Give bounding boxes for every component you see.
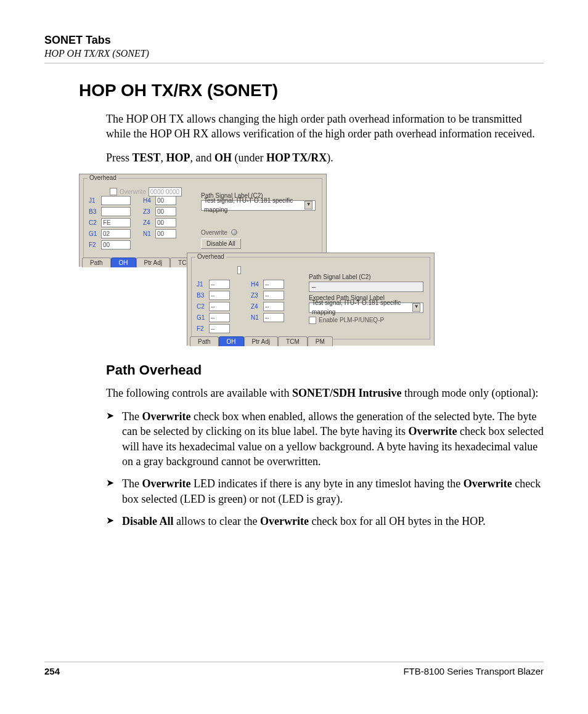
byte-value-j1[interactable]: -- [209, 280, 230, 289]
overhead-legend-rx: Overhead [195, 253, 226, 260]
running-head-chapter: SONET Tabs [44, 34, 544, 47]
byte-label-z4[interactable]: Z4 [251, 303, 261, 310]
psl-display-rx: -- [309, 282, 423, 292]
bullet-overwrite-led: The Overwrite LED indicates if there is … [106, 476, 544, 506]
byte-value-f2[interactable]: -- [209, 324, 230, 333]
intro-paragraph: The HOP OH TX allows changing the high o… [106, 112, 544, 142]
byte-value-j1[interactable] [101, 196, 131, 205]
byte-label-g1[interactable]: G1 [197, 314, 206, 321]
byte-label-b3[interactable]: B3 [89, 208, 99, 215]
enable-plm-checkbox[interactable] [309, 317, 316, 324]
overwrite-led-label: Overwrite [201, 229, 227, 236]
byte-label-z4[interactable]: Z4 [143, 219, 153, 226]
byte-value-c2[interactable]: FE [101, 218, 131, 227]
bullet-list: The Overwrite check box when enabled, al… [106, 409, 544, 529]
header-rule [44, 63, 544, 63]
tab-ptr-adj[interactable]: Ptr Adj [136, 258, 170, 267]
tab-oh[interactable]: OH [111, 258, 136, 267]
overwrite-checkbox[interactable] [110, 188, 117, 195]
byte-value-z3[interactable]: -- [263, 291, 284, 300]
press-hop: HOP [166, 152, 190, 164]
expected-psl-value: Test signal, ITU-T O.181 specific mappin… [312, 298, 412, 317]
running-head-section: HOP OH TX/RX (SONET) [44, 48, 544, 59]
page-title: HOP OH TX/RX (SONET) [79, 81, 544, 100]
tx-tabbar: PathOHPtr AdjTCM [82, 257, 200, 267]
byte-value-n1[interactable]: 00 [155, 229, 176, 238]
byte-value-f2[interactable]: 00 [101, 240, 131, 249]
chevron-down-icon[interactable]: ▼ [304, 201, 312, 209]
disable-all-button[interactable]: Disable All [201, 238, 241, 249]
byte-value-b3[interactable] [101, 207, 131, 216]
byte-value-z4[interactable]: -- [263, 302, 284, 311]
tab-pm[interactable]: PM [308, 336, 333, 346]
byte-label-c2[interactable]: C2 [197, 303, 206, 310]
enable-plm-label: Enable PLM-P/UNEQ-P [319, 317, 384, 323]
byte-value-n1[interactable]: -- [263, 313, 284, 322]
byte-label-n1[interactable]: N1 [251, 314, 261, 321]
rx-top-field [237, 266, 241, 274]
press-hoptxrx: HOP TX/RX [266, 152, 327, 164]
intrusive-paragraph: The following controls are available wit… [106, 386, 544, 400]
sonet-sdh-intrusive: SONET/SDH Intrusive [292, 387, 402, 399]
bullet-disable-all: Disable All allows to clear the Overwrit… [106, 514, 544, 529]
byte-label-z3[interactable]: Z3 [251, 292, 261, 299]
byte-label-z3[interactable]: Z3 [143, 208, 153, 215]
press-prefix: Press [106, 152, 133, 164]
overwrite-led [231, 229, 237, 235]
byte-label-j1[interactable]: J1 [197, 281, 206, 288]
byte-label-g1[interactable]: G1 [89, 230, 99, 237]
byte-label-j1[interactable]: J1 [89, 197, 99, 204]
press-oh: OH [214, 152, 232, 164]
press-line: Press TEST, HOP, and OH (under HOP TX/RX… [106, 150, 544, 165]
byte-label-c2[interactable]: C2 [89, 219, 99, 226]
tab-ptr-adj[interactable]: Ptr Adj [244, 336, 278, 346]
product-name: FTB-8100 Series Transport Blazer [403, 666, 544, 676]
chevron-down-icon[interactable]: ▼ [412, 303, 420, 312]
byte-label-f2[interactable]: F2 [89, 241, 99, 248]
rx-tabbar: PathOHPtr AdjTCMPM [190, 336, 333, 346]
psl-label-rx: Path Signal Label (C2) [309, 274, 423, 280]
subsection-title: Path Overhead [106, 362, 544, 378]
byte-label-b3[interactable]: B3 [197, 292, 206, 299]
overwrite-label-tx: Overwrite [120, 189, 146, 195]
byte-value-g1[interactable]: 02 [101, 229, 131, 238]
overwrite-default-value: 0000 0000 [149, 187, 182, 197]
psl-dropdown-tx[interactable]: Test signal, ITU-T O.181 specific mappin… [201, 200, 316, 211]
page-number: 254 [44, 666, 60, 676]
byte-value-h4[interactable]: 00 [155, 196, 176, 205]
overhead-legend-tx: Overhead [88, 174, 118, 181]
tab-tcm[interactable]: TCM [278, 336, 308, 346]
byte-value-b3[interactable]: -- [209, 291, 230, 300]
byte-label-h4[interactable]: H4 [251, 281, 261, 288]
psl-value-rx: -- [312, 282, 316, 291]
psl-value-tx: Test signal, ITU-T O.181 specific mappin… [204, 196, 304, 214]
bullet-overwrite-checkbox: The Overwrite check box when enabled, al… [106, 409, 544, 469]
byte-value-z3[interactable]: 00 [155, 207, 176, 216]
byte-label-h4[interactable]: H4 [143, 197, 153, 204]
tab-path[interactable]: Path [190, 336, 219, 346]
byte-value-g1[interactable]: -- [209, 313, 230, 322]
byte-value-c2[interactable]: -- [209, 302, 230, 311]
page-footer: 254 FTB-8100 Series Transport Blazer [44, 662, 544, 677]
tab-path[interactable]: Path [82, 258, 111, 267]
hop-oh-rx-panel: Overhead J1--B3--C2--G1--F2-- H4--Z3--Z4… [187, 253, 435, 346]
byte-value-h4[interactable]: -- [263, 280, 284, 289]
tab-oh[interactable]: OH [219, 336, 244, 346]
byte-label-f2[interactable]: F2 [197, 325, 206, 332]
byte-value-z4[interactable]: 00 [155, 218, 176, 227]
expected-psl-dropdown[interactable]: Test signal, ITU-T O.181 specific mappin… [309, 302, 423, 313]
press-test: TEST [133, 152, 161, 164]
screenshot-area: Overhead Overwrite 0000 0000 J1B3C2FEG10… [79, 174, 544, 346]
byte-label-n1[interactable]: N1 [143, 230, 153, 237]
